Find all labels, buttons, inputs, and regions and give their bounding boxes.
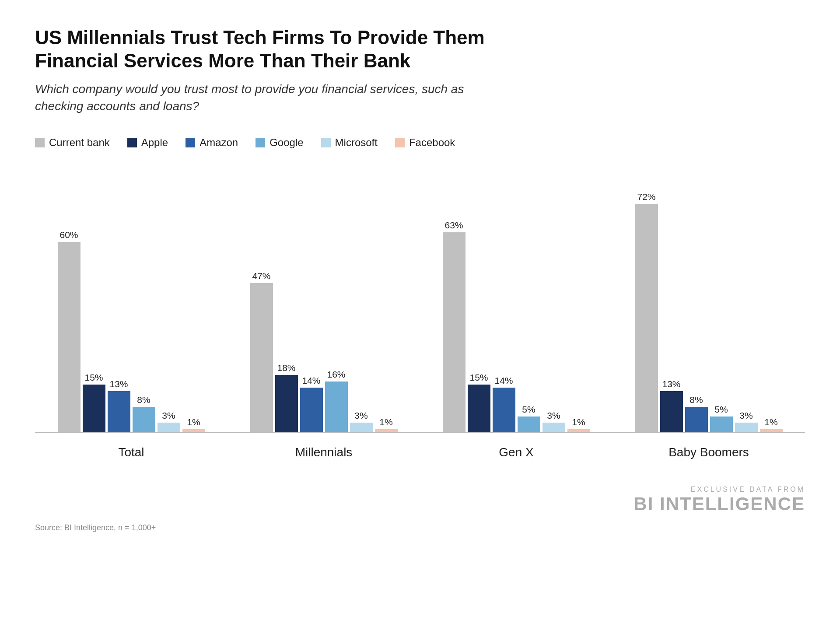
bar-percentage-label: 15% [84, 372, 103, 383]
bar-percentage-label: 72% [637, 192, 655, 202]
bar-percentage-label: 3% [162, 410, 175, 421]
legend-item: Current bank [35, 136, 110, 149]
bar-unit: 1% [375, 179, 398, 432]
bar-percentage-label: 3% [547, 410, 560, 421]
bar-rect [468, 385, 490, 432]
bar-rect [567, 429, 590, 432]
bar-percentage-label: 1% [764, 417, 777, 427]
bar-unit: 63% [443, 179, 466, 432]
bar-unit: 13% [660, 179, 683, 432]
bar-rect [158, 423, 180, 432]
legend-item: Apple [127, 136, 168, 149]
bar-percentage-label: 5% [714, 404, 728, 415]
bar-unit: 1% [182, 179, 205, 432]
bar-unit: 13% [108, 179, 130, 432]
bar-unit: 8% [133, 179, 155, 432]
group-label: Gen X [420, 445, 612, 459]
bar-unit: 72% [635, 179, 658, 432]
bar-rect [660, 391, 683, 432]
bar-unit: 15% [468, 179, 490, 432]
bar-unit: 5% [518, 179, 540, 432]
bar-percentage-label: 1% [379, 417, 392, 427]
bar-percentage-label: 15% [469, 372, 488, 383]
chart-title: US Millennials Trust Tech Firms To Provi… [35, 26, 516, 73]
group-label: Baby Boomers [612, 445, 805, 459]
bar-percentage-label: 13% [109, 379, 128, 389]
bar-rect [350, 423, 373, 432]
bar-unit: 14% [300, 179, 323, 432]
bar-unit: 47% [250, 179, 273, 432]
bar-rect [493, 388, 515, 432]
bar-percentage-label: 8% [690, 395, 703, 405]
bar-rect [300, 388, 323, 432]
bar-rect [735, 423, 758, 432]
bar-rect [443, 232, 466, 432]
legend-swatch [127, 138, 137, 147]
footer: EXCLUSIVE DATA FROM BI INTELLIGENCE [35, 486, 805, 514]
bar-rect [250, 283, 273, 432]
bar-unit: 3% [158, 179, 180, 432]
legend-label: Facebook [409, 136, 455, 149]
bar-percentage-label: 1% [572, 417, 585, 427]
legend-item: Microsoft [321, 136, 378, 149]
bar-unit: 8% [685, 179, 708, 432]
bar-percentage-label: 14% [302, 375, 320, 386]
bar-unit: 5% [710, 179, 733, 432]
bi-intelligence-label: BI INTELLIGENCE [634, 494, 805, 514]
bar-rect [182, 429, 205, 432]
source-text: Source: BI Intelligence, n = 1,000+ [35, 523, 805, 532]
legend-item: Google [256, 136, 303, 149]
bar-percentage-label: 13% [662, 379, 680, 389]
bar-percentage-label: 8% [137, 395, 150, 405]
bar-rect [635, 204, 658, 432]
bar-rect [375, 429, 398, 432]
bar-unit: 15% [83, 179, 105, 432]
bar-unit: 14% [493, 179, 515, 432]
bar-rect [325, 382, 348, 432]
chart-group: 60%15%13%8%3%1% [35, 179, 228, 433]
chart-subtitle: Which company would you trust most to pr… [35, 80, 472, 115]
legend-swatch [395, 138, 405, 147]
legend-swatch [35, 138, 45, 147]
bar-rect [58, 242, 80, 432]
bar-percentage-label: 5% [522, 404, 535, 415]
bar-percentage-label: 3% [354, 410, 368, 421]
bar-percentage-label: 18% [277, 363, 295, 373]
bar-rect [685, 407, 708, 432]
bar-unit: 3% [542, 179, 565, 432]
bar-percentage-label: 3% [739, 410, 752, 421]
legend-label: Amazon [200, 136, 238, 149]
bar-unit: 60% [58, 179, 80, 432]
bar-unit: 18% [275, 179, 298, 432]
legend-swatch [186, 138, 195, 147]
bar-rect [710, 416, 733, 432]
chart-group: 72%13%8%5%3%1% [612, 179, 805, 433]
legend-label: Google [270, 136, 303, 149]
legend: Current bankAppleAmazonGoogleMicrosoftFa… [35, 136, 805, 149]
bar-percentage-label: 63% [444, 220, 463, 231]
bar-rect [275, 375, 298, 432]
bar-unit: 1% [567, 179, 590, 432]
bar-percentage-label: 1% [187, 417, 200, 427]
bar-unit: 3% [350, 179, 373, 432]
bar-rect [760, 429, 783, 432]
legend-label: Current bank [49, 136, 110, 149]
chart-container: 60%15%13%8%3%1%47%18%14%16%3%1%63%15%14%… [35, 179, 805, 459]
bar-unit: 16% [325, 179, 348, 432]
chart-group: 63%15%14%5%3%1% [420, 179, 612, 433]
group-label: Total [35, 445, 228, 459]
legend-item: Facebook [395, 136, 455, 149]
legend-swatch [256, 138, 265, 147]
bar-rect [108, 391, 130, 432]
legend-label: Microsoft [335, 136, 378, 149]
bar-percentage-label: 47% [252, 271, 270, 281]
bar-rect [542, 423, 565, 432]
legend-swatch [321, 138, 331, 147]
bar-percentage-label: 14% [494, 375, 513, 386]
legend-label: Apple [141, 136, 168, 149]
bar-rect [83, 385, 105, 432]
bar-percentage-label: 60% [60, 230, 78, 240]
group-label: Millennials [228, 445, 420, 459]
bar-percentage-label: 16% [327, 369, 345, 380]
bar-unit: 1% [760, 179, 783, 432]
